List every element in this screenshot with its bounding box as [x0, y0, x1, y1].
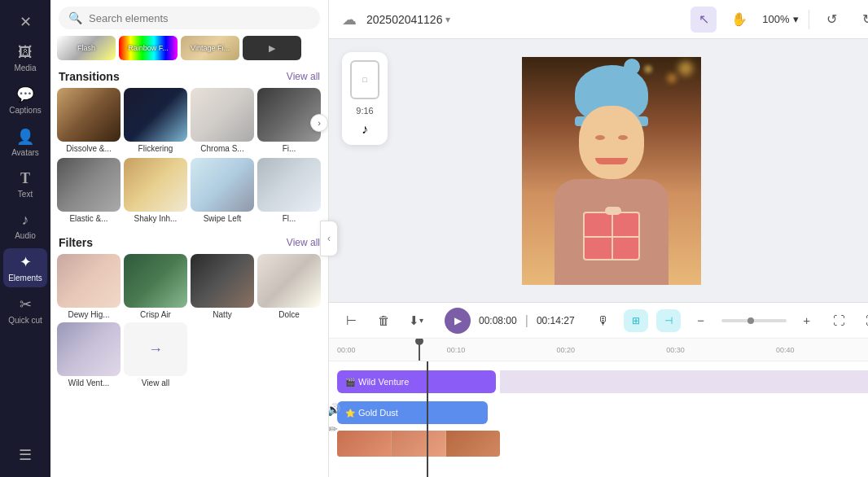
current-time: 00:08:00	[479, 315, 517, 326]
transition-chroma[interactable]: Chroma S...	[191, 88, 254, 153]
zoom-slider-thumb[interactable]	[747, 317, 754, 324]
redo-button[interactable]: ↻	[855, 7, 868, 33]
hand-tool-button[interactable]: ✋	[726, 7, 752, 33]
clip-gold-dust[interactable]: ⭐ Gold Dust	[337, 401, 488, 424]
track-row-3	[329, 428, 868, 459]
clip-icon: 🎬	[345, 378, 355, 387]
hand-icon: ✋	[731, 11, 747, 27]
sidebar-item-elements[interactable]: ✦ Elements	[3, 248, 47, 287]
sidebar-item-logo[interactable]: ✕	[3, 8, 47, 36]
photo-cell-3	[446, 431, 500, 457]
transition-dissolve[interactable]: Dissolve &...	[57, 88, 121, 153]
panel-collapse-button[interactable]: ‹	[320, 221, 338, 256]
transition-flickering[interactable]: Flickering	[124, 88, 187, 153]
delete-button[interactable]: 🗑	[371, 309, 396, 333]
viewall-arrow: →	[148, 341, 163, 358]
cloud-icon: ☁	[342, 11, 357, 28]
transition-swipeleft[interactable]: Swipe Left	[191, 158, 254, 223]
filter-wildvent[interactable]: Wild Vent...	[57, 322, 121, 387]
sidebar-item-quickcut[interactable]: ✂ Quick cut	[3, 291, 47, 330]
dropdown-chevron-icon[interactable]: ▾	[445, 14, 450, 25]
format-preview: □	[350, 60, 379, 99]
zoom-chevron-icon: ▾	[793, 13, 799, 25]
sidebar-item-captions[interactable]: 💬 Captions	[3, 81, 47, 120]
play-button[interactable]: ▶	[445, 308, 471, 334]
thumb-chip-extra[interactable]: ▶	[243, 36, 301, 60]
thumb-strip: Flash Rainbow F... Vintage Fi... ▶	[50, 36, 328, 65]
format-panel: □ 9:16 ♪	[342, 52, 388, 145]
volume-icon[interactable]: 🔊	[329, 403, 340, 416]
clip-extension	[500, 370, 868, 393]
track-row-2: ⭐ Gold Dust	[329, 397, 868, 428]
edit-pen-icon[interactable]: ✏	[329, 422, 338, 435]
captions-icon: 💬	[16, 85, 34, 103]
filter-crisp-label: Crisp Air	[124, 310, 187, 319]
undo-button[interactable]: ↺	[819, 7, 845, 33]
filter-dolce[interactable]: Dolce	[257, 254, 321, 319]
export-button[interactable]: ⬇ ▾	[404, 309, 428, 333]
thumb-chip-rainbow[interactable]: Rainbow F...	[119, 36, 178, 60]
transition-flickering-label: Flickering	[124, 144, 187, 153]
bokeh-light-1	[678, 61, 693, 76]
play-icon: ▶	[454, 315, 462, 326]
filters-view-all[interactable]: View all	[287, 237, 320, 248]
gift-ribbon-h	[585, 236, 638, 238]
transition-elastic[interactable]: Elastic &...	[57, 158, 121, 223]
fit-screen-icon: ⛶	[833, 313, 845, 327]
sidebar-item-subtitles[interactable]: ☰	[3, 441, 47, 469]
filter-crisp[interactable]: Crisp Air	[124, 254, 187, 319]
transition-shaky-thumb	[124, 158, 187, 212]
transitions-view-all[interactable]: View all	[287, 71, 320, 82]
zoom-out-button[interactable]: −	[689, 309, 713, 333]
search-bar[interactable]: 🔍	[59, 7, 320, 29]
transition-elastic-label: Elastic &...	[57, 214, 121, 223]
filters-title: Filters	[59, 236, 93, 249]
clip-wild-venture[interactable]: 🎬 Wild Venture	[337, 370, 496, 393]
ruler-mark-4: 00:40	[776, 346, 868, 354]
avatars-icon: 👤	[16, 128, 34, 146]
filter-natty[interactable]: Natty	[191, 254, 254, 319]
timeline-area: ⊢ 🗑 ⬇ ▾ ▶ 00:08:00 | 00:14:27 🎙 ⊞	[329, 302, 868, 477]
sidebar-item-media[interactable]: 🖼 Media	[3, 39, 47, 77]
transitions-next-arrow[interactable]: ›	[310, 114, 328, 132]
cursor-tool-button[interactable]: ↖	[690, 7, 717, 33]
clip-label: Gold Dust	[358, 408, 398, 418]
text-icon: T	[20, 170, 30, 187]
canvas-area: □ 9:16 ♪	[329, 39, 868, 302]
thumb-chip-vintage[interactable]: Vintage Fi...	[181, 36, 239, 60]
search-input[interactable]	[89, 12, 310, 24]
playhead[interactable]	[419, 339, 420, 361]
zoom-out-icon: −	[697, 313, 704, 327]
transition-shaky-label: Shaky Inh...	[124, 214, 187, 223]
playhead-dot	[415, 339, 423, 345]
sidebar-item-avatars[interactable]: 👤 Avatars	[3, 123, 47, 162]
zoom-slider[interactable]	[721, 319, 787, 322]
photo-strip[interactable]	[337, 431, 500, 457]
zoom-label: 100%	[762, 13, 789, 25]
transition-fl[interactable]: Fl...	[257, 158, 321, 223]
timeline-toolbar: ⊢ 🗑 ⬇ ▾ ▶ 00:08:00 | 00:14:27 🎙 ⊞	[329, 303, 868, 339]
filter-viewall[interactable]: → View all	[124, 322, 187, 387]
ai-cut-button[interactable]: ⊞	[624, 309, 648, 332]
sidebar-item-audio[interactable]: ♪ Audio	[3, 207, 47, 245]
trim-tool-button[interactable]: ⊢	[339, 309, 363, 333]
filter-dewy[interactable]: Dewy Hig...	[57, 254, 121, 319]
clip-star-icon: ⭐	[345, 409, 355, 418]
transition-swipeleft-label: Swipe Left	[191, 214, 254, 223]
transition-shaky[interactable]: Shaky Inh...	[124, 158, 187, 223]
gift-bow	[605, 207, 621, 215]
fullscreen-button[interactable]: ⛶	[860, 309, 868, 333]
fit-to-screen-button[interactable]: ⛶	[827, 309, 852, 333]
zoom-in-button[interactable]: +	[795, 309, 819, 333]
transitions-section-header: Transitions View all	[50, 65, 328, 88]
photo-cell-1	[337, 431, 391, 457]
sidebar-item-label: Captions	[9, 106, 41, 115]
ruler-marks-container: 00:00 00:10 00:20 00:30 00:40	[337, 346, 868, 354]
quickcut-icon: ✂	[20, 295, 32, 313]
mic-button[interactable]: 🎙	[591, 309, 616, 333]
sidebar-item-text[interactable]: T Text	[3, 165, 47, 203]
thumb-chip-flash[interactable]: Flash	[57, 36, 116, 60]
ruler-mark-0: 00:00	[337, 346, 447, 354]
beat-sync-button[interactable]: ⊣	[656, 309, 681, 332]
zoom-control[interactable]: 100% ▾	[762, 13, 798, 25]
